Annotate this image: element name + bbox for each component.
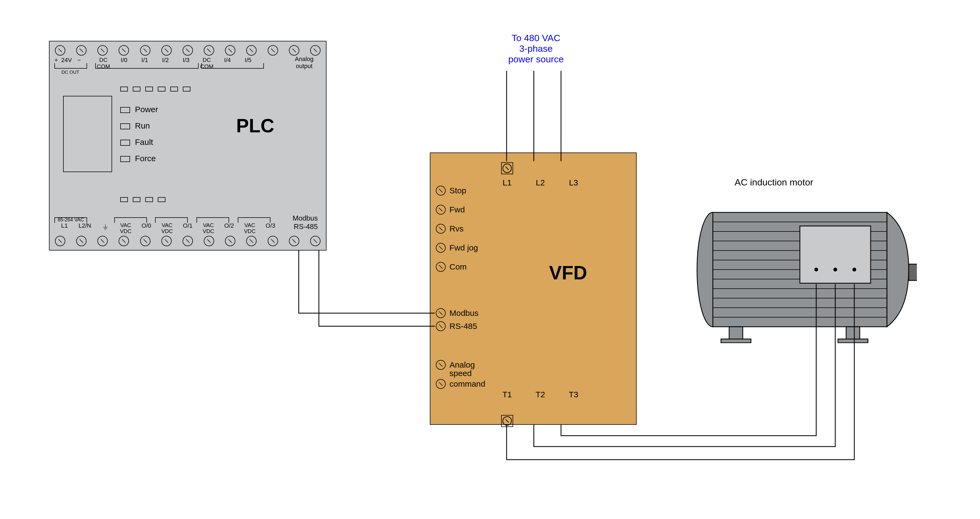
led-icon xyxy=(158,86,165,91)
plc-dc-plus: + 24V − xyxy=(54,57,81,64)
vfd-output-labels: T1 T2 T3 xyxy=(498,390,582,399)
led-icon xyxy=(183,86,191,91)
led-icon xyxy=(133,86,140,91)
svg-rect-21 xyxy=(838,339,868,343)
plc-terminal-bottom xyxy=(161,236,172,246)
vfd-terminal-rvs: Rvs xyxy=(436,224,478,234)
plc-terminal-bottom xyxy=(140,236,150,246)
label: VAC VDC xyxy=(115,222,137,234)
screw-icon xyxy=(436,224,445,234)
led-icon xyxy=(145,197,153,202)
plc-terminal-bottom xyxy=(268,236,278,246)
motor-block xyxy=(694,196,917,343)
status-power-label: Power xyxy=(135,105,158,114)
label: L1 xyxy=(498,178,516,187)
plc-terminal-top xyxy=(246,45,256,56)
vfd-control-terminals: Stop Fwd Rvs Fwd jog Com xyxy=(436,186,478,272)
plc-terminal-top xyxy=(119,45,129,56)
led-icon xyxy=(120,123,130,129)
svg-point-16 xyxy=(834,268,837,271)
svg-point-17 xyxy=(853,268,856,271)
plc-title: PLC xyxy=(236,115,274,137)
label: L2/N xyxy=(74,222,96,234)
plc-terminal-top xyxy=(55,45,65,56)
status-fault-label: Fault xyxy=(135,137,153,147)
led-icon xyxy=(120,197,128,202)
plc-terminal-top xyxy=(183,45,193,56)
bracket-icon xyxy=(95,63,199,69)
plc-terminal-top xyxy=(268,45,278,56)
label: VAC VDC xyxy=(156,222,178,234)
screw-icon xyxy=(436,321,445,331)
svg-point-15 xyxy=(814,268,818,271)
plc-terminal-bottom xyxy=(310,236,320,246)
plc-terminal-top xyxy=(140,45,150,56)
label: VAC VDC xyxy=(197,222,219,234)
motor-icon xyxy=(694,196,917,343)
plc-terminal-top xyxy=(97,45,108,56)
screw-icon xyxy=(436,379,445,389)
label: L2 xyxy=(531,178,549,187)
status-run-label: Run xyxy=(135,121,150,130)
label: O/2 xyxy=(219,222,239,234)
label: Analog xyxy=(449,361,475,369)
motor-label: AC induction motor xyxy=(735,177,813,188)
svg-rect-20 xyxy=(721,339,751,343)
screw-icon xyxy=(436,360,445,370)
vfd-terminal-T3 xyxy=(501,415,513,427)
screw-icon xyxy=(436,243,445,253)
screw-icon xyxy=(436,262,445,272)
plc-terminal-top xyxy=(289,45,299,56)
plc-terminal-bottom xyxy=(225,236,235,246)
label: T1 xyxy=(498,390,516,399)
plc-input-leds xyxy=(120,86,191,91)
plc-terminal-top xyxy=(161,45,172,56)
label: speed xyxy=(449,369,472,377)
vfd-analog-terminals: Analog speed command xyxy=(436,360,485,389)
label: L3 xyxy=(565,178,582,187)
text: 24V xyxy=(61,57,72,64)
plc-status-leds: Power Run Fault Force xyxy=(120,101,158,167)
plc-terminal-bottom xyxy=(204,236,214,246)
text: − xyxy=(77,57,81,64)
plc-modbus-label: Modbus RS-485 xyxy=(293,214,318,231)
vfd-title: VFD xyxy=(549,262,587,284)
label: Com xyxy=(449,262,466,271)
vfd-input-labels: L1 L2 L3 xyxy=(498,178,582,187)
label: T3 xyxy=(565,390,582,399)
plc-block: + 24V − DC OUT DC COM I/0 I/1 I/2 I/3 DC… xyxy=(49,41,326,251)
power-source-label: To 480 VAC 3-phase power source xyxy=(490,33,582,64)
led-icon xyxy=(145,86,153,91)
label: VAC VDC xyxy=(239,222,261,234)
plc-bottom-terminal-row xyxy=(49,236,326,246)
label: O/3 xyxy=(261,222,280,234)
label: O/1 xyxy=(178,222,197,234)
led-icon xyxy=(120,156,130,162)
bracket-icon xyxy=(196,217,229,223)
label: O/0 xyxy=(137,222,156,234)
bracket-icon xyxy=(238,217,270,223)
screw-icon xyxy=(436,186,445,195)
status-force-label: Force xyxy=(135,154,156,163)
vfd-terminal-com: Com xyxy=(436,262,478,272)
plc-terminal-bottom xyxy=(76,236,86,246)
plc-terminal-bottom xyxy=(183,236,193,246)
led-icon xyxy=(120,107,130,113)
label: Rvs xyxy=(449,224,464,233)
svg-rect-2 xyxy=(909,264,917,281)
led-icon xyxy=(120,140,130,146)
svg-rect-19 xyxy=(846,327,860,340)
label: L1 xyxy=(55,222,74,234)
plc-terminal-bottom xyxy=(246,236,256,246)
plc-terminal-bottom xyxy=(289,236,299,246)
vfd-block: VFD L1 L2 L3 Stop Fwd Rvs Fwd jog Com Mo… xyxy=(430,152,636,425)
svg-rect-14 xyxy=(800,226,871,283)
vfd-terminal-fwd: Fwd xyxy=(436,205,478,215)
plc-terminal-top xyxy=(204,45,214,56)
plc-terminal-top xyxy=(76,45,86,56)
plc-terminal-bottom xyxy=(119,236,129,246)
screw-icon xyxy=(436,205,445,215)
plc-output-leds xyxy=(120,197,165,202)
label: Fwd xyxy=(449,205,465,214)
label: RS-485 xyxy=(449,322,477,331)
